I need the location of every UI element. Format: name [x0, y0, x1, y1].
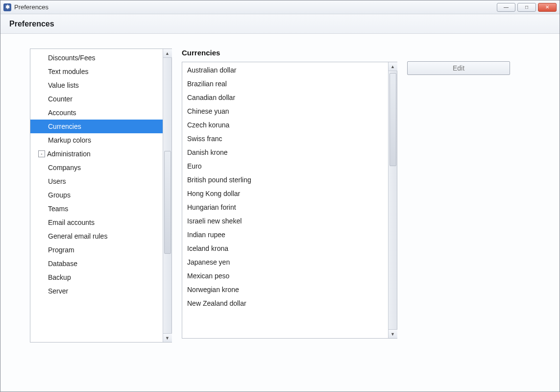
list-item[interactable]: Israeli new shekel: [182, 214, 397, 228]
window-title: Preferences: [14, 3, 49, 11]
list-item[interactable]: Danish krone: [182, 146, 397, 159]
tree-item-label: Teams: [48, 205, 68, 213]
content-area: Discounts/FeesText modulesValue listsCou…: [0, 34, 560, 392]
list-item[interactable]: Norwegian krone: [182, 283, 397, 296]
list-item[interactable]: Japanese yen: [182, 255, 397, 269]
tree-item-label: Email accounts: [48, 219, 95, 226]
currencies-list[interactable]: Australian dollarBrazilian realCanadian …: [182, 62, 397, 339]
tree-item-label: Currencies: [48, 122, 81, 130]
list-item[interactable]: British pound sterling: [182, 173, 397, 187]
tree-item-label: Program: [48, 246, 74, 254]
titlebar-left: ✱ Preferences: [3, 3, 49, 11]
close-button[interactable]: ✕: [538, 3, 557, 12]
tree-item-label: Companys: [48, 164, 81, 172]
scroll-thumb[interactable]: [390, 73, 396, 166]
tree-item[interactable]: Backup: [30, 270, 171, 284]
edit-button[interactable]: Edit: [407, 61, 510, 75]
scroll-thumb[interactable]: [164, 151, 171, 254]
tree-item[interactable]: Teams: [30, 202, 171, 216]
tree-item[interactable]: Text modules: [30, 65, 171, 78]
action-panel: Edit: [407, 49, 510, 377]
tree-item[interactable]: Program: [30, 243, 171, 257]
tree-item-label: Counter: [48, 95, 73, 103]
maximize-button[interactable]: □: [517, 3, 536, 12]
window-controls: — □ ✕: [497, 3, 557, 12]
tree-viewport: Discounts/FeesText modulesValue listsCou…: [30, 49, 171, 342]
list-item[interactable]: New Zealand dollar: [182, 296, 397, 310]
scroll-up-icon[interactable]: ▲: [389, 62, 397, 71]
app-icon: ✱: [3, 3, 11, 11]
tree-scrollbar[interactable]: ▲ ▼: [163, 49, 171, 342]
list-scrollbar[interactable]: ▲ ▼: [388, 62, 397, 338]
tree-item-label: General email rules: [48, 232, 107, 240]
list-item[interactable]: Czech koruna: [182, 118, 397, 132]
list-item[interactable]: Hong Kong dollar: [182, 187, 397, 200]
list-item[interactable]: Iceland krona: [182, 242, 397, 255]
tree-item-label: Groups: [48, 191, 71, 199]
list-viewport: Australian dollarBrazilian realCanadian …: [182, 62, 397, 338]
currencies-section: Currencies Australian dollarBrazilian re…: [182, 49, 397, 377]
list-item[interactable]: Mexican peso: [182, 269, 397, 283]
tree-item[interactable]: Counter: [30, 92, 171, 106]
tree-item-label: Markup colors: [48, 136, 91, 144]
tree-item[interactable]: Accounts: [30, 106, 171, 120]
tree-item[interactable]: Companys: [30, 161, 171, 174]
tree-item[interactable]: Value lists: [30, 78, 171, 92]
list-item[interactable]: Indian rupee: [182, 228, 397, 242]
tree-item-label: Value lists: [48, 81, 79, 89]
tree-item-label: Accounts: [48, 109, 76, 117]
scroll-down-icon[interactable]: ▼: [163, 333, 172, 342]
titlebar[interactable]: ✱ Preferences — □ ✕: [0, 0, 560, 14]
expander-icon[interactable]: -: [38, 150, 45, 157]
tree-item[interactable]: -Administration: [30, 147, 171, 161]
preferences-tree[interactable]: Discounts/FeesText modulesValue listsCou…: [30, 49, 172, 343]
tree-item[interactable]: Discounts/Fees: [30, 51, 171, 65]
tree-item[interactable]: Groups: [30, 188, 171, 202]
minimize-button[interactable]: —: [497, 3, 515, 12]
tree-item-label: Server: [48, 287, 68, 295]
tree-item-label: Text modules: [48, 68, 88, 75]
tree-item[interactable]: Users: [30, 174, 171, 188]
tree-item[interactable]: Currencies: [30, 120, 171, 133]
tree-item[interactable]: Database: [30, 257, 171, 270]
scroll-down-icon[interactable]: ▼: [389, 329, 397, 338]
tree-item[interactable]: General email rules: [30, 229, 171, 243]
tree-item-label: Discounts/Fees: [48, 54, 95, 62]
tree-item-label: Backup: [48, 273, 71, 281]
list-item[interactable]: Euro: [182, 159, 397, 173]
tree-item[interactable]: Email accounts: [30, 216, 171, 229]
tree-item[interactable]: Markup colors: [30, 133, 171, 147]
list-item[interactable]: Hungarian forint: [182, 200, 397, 214]
tree-item-label: Database: [48, 260, 77, 268]
tree-item[interactable]: Server: [30, 284, 171, 298]
list-item[interactable]: Swiss franc: [182, 132, 397, 146]
currencies-title: Currencies: [182, 49, 397, 57]
page-header: Preferences: [0, 14, 560, 34]
scroll-up-icon[interactable]: ▲: [163, 49, 172, 58]
list-item[interactable]: Brazilian real: [182, 77, 397, 91]
list-item[interactable]: Canadian dollar: [182, 91, 397, 104]
tree-item-label: Users: [48, 177, 66, 185]
preferences-window: ✱ Preferences — □ ✕ Preferences Discount…: [0, 0, 560, 392]
list-item[interactable]: Chinese yuan: [182, 104, 397, 118]
page-title: Preferences: [9, 20, 54, 28]
list-item[interactable]: Australian dollar: [182, 63, 397, 77]
tree-item-label: Administration: [47, 150, 91, 158]
